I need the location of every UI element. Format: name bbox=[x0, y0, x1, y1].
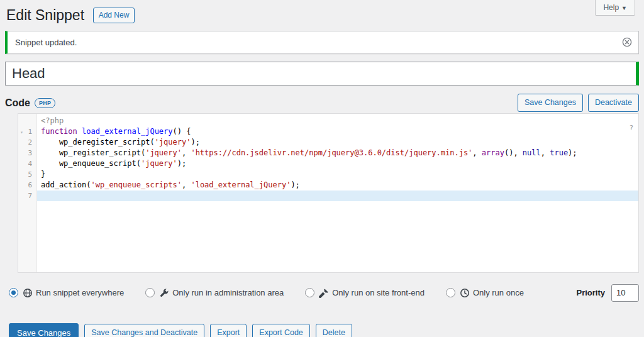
code-line[interactable]: 5} bbox=[18, 169, 638, 180]
line-number: 2 bbox=[18, 137, 37, 148]
scope-option-once[interactable]: Only run once bbox=[446, 288, 524, 298]
scope-option-frontend[interactable]: Only run on site front-end bbox=[305, 288, 425, 298]
code-line[interactable]: ▾1function load_external_jQuery() { bbox=[18, 126, 638, 137]
scope-option-admin[interactable]: Only run in administration area bbox=[145, 288, 284, 298]
priority-input[interactable] bbox=[611, 284, 639, 302]
code-line-content bbox=[37, 191, 638, 201]
priority-label: Priority bbox=[576, 288, 605, 297]
export-button[interactable]: Export bbox=[210, 324, 247, 337]
code-line-content: wp_deregister_script('jquery'); bbox=[37, 137, 638, 148]
add-new-button[interactable]: Add New bbox=[93, 8, 135, 23]
code-line-content: <?php bbox=[37, 116, 638, 126]
radio-frontend[interactable] bbox=[305, 288, 314, 297]
fold-marker-icon[interactable]: ▾ bbox=[20, 127, 23, 138]
line-number: 4 bbox=[18, 158, 37, 169]
help-label: Help bbox=[603, 3, 619, 12]
globe-icon bbox=[23, 288, 33, 298]
code-line[interactable]: 3 wp_register_script('jquery', 'https://… bbox=[18, 148, 638, 158]
footer-actions: Save Changes Save Changes and Deactivate… bbox=[9, 323, 639, 337]
line-number bbox=[18, 116, 37, 126]
scope-label-once: Only run once bbox=[473, 288, 524, 297]
success-notice: Snippet updated. bbox=[5, 31, 639, 54]
page-header: Edit Snippet Add New bbox=[0, 0, 644, 26]
deactivate-button[interactable]: Deactivate bbox=[588, 94, 639, 112]
scope-label-admin: Only run in administration area bbox=[172, 288, 284, 297]
priority-group: Priority bbox=[576, 284, 639, 302]
save-and-deactivate-button[interactable]: Save Changes and Deactivate bbox=[84, 324, 204, 337]
scope-options-row: Run snippet everywhere Only run in admin… bbox=[9, 284, 639, 302]
page-title: Edit Snippet bbox=[6, 7, 84, 23]
help-dropdown[interactable]: Help▼ bbox=[595, 0, 635, 16]
save-changes-button[interactable]: Save Changes bbox=[9, 323, 79, 337]
line-number: 7 bbox=[18, 191, 37, 201]
save-changes-top-button[interactable]: Save Changes bbox=[518, 94, 583, 112]
code-line-content: } bbox=[37, 169, 638, 180]
notice-message: Snippet updated. bbox=[15, 38, 77, 47]
code-line[interactable]: 4 wp_enqueue_script('jquery'); bbox=[18, 158, 638, 169]
php-badge: PHP bbox=[35, 98, 55, 108]
code-section-header: Code PHP Save Changes Deactivate bbox=[5, 94, 639, 112]
code-line-content: function load_external_jQuery() { bbox=[37, 126, 638, 137]
code-line[interactable]: 7 bbox=[18, 191, 638, 201]
code-line-content: add_action('wp_enqueue_scripts', 'load_e… bbox=[37, 180, 638, 191]
code-line-content: wp_register_script('jquery', 'https://cd… bbox=[37, 148, 638, 158]
line-number: 6 bbox=[18, 180, 37, 191]
line-number: 3 bbox=[18, 148, 37, 158]
wrench-icon bbox=[159, 288, 169, 298]
export-code-button[interactable]: Export Code bbox=[252, 324, 309, 337]
scope-label-everywhere: Run snippet everywhere bbox=[36, 288, 124, 297]
scope-option-everywhere[interactable]: Run snippet everywhere bbox=[9, 288, 124, 298]
code-line-content: wp_enqueue_script('jquery'); bbox=[37, 158, 638, 169]
snippet-title-input[interactable] bbox=[5, 62, 639, 86]
code-editor[interactable]: <?php▾1function load_external_jQuery() {… bbox=[18, 113, 639, 273]
editor-corner-mark: ? bbox=[629, 123, 633, 133]
radio-once[interactable] bbox=[446, 288, 455, 297]
code-line[interactable]: <?php bbox=[18, 116, 638, 126]
code-section-label: Code bbox=[5, 97, 30, 109]
delete-button[interactable]: Delete bbox=[316, 324, 352, 337]
chevron-down-icon: ▼ bbox=[621, 5, 627, 11]
dismiss-notice-icon[interactable] bbox=[622, 37, 632, 47]
line-number: 5 bbox=[18, 169, 37, 180]
code-line[interactable]: 6add_action('wp_enqueue_scripts', 'load_… bbox=[18, 180, 638, 191]
code-editor-lines: <?php▾1function load_external_jQuery() {… bbox=[18, 114, 638, 201]
code-line[interactable]: 2 wp_deregister_script('jquery'); bbox=[18, 137, 638, 148]
hammer-icon bbox=[319, 288, 329, 298]
line-number: ▾1 bbox=[18, 126, 37, 137]
scope-label-frontend: Only run on site front-end bbox=[332, 288, 425, 297]
radio-admin[interactable] bbox=[145, 288, 155, 297]
clock-icon bbox=[460, 288, 470, 298]
radio-everywhere[interactable] bbox=[9, 288, 18, 297]
